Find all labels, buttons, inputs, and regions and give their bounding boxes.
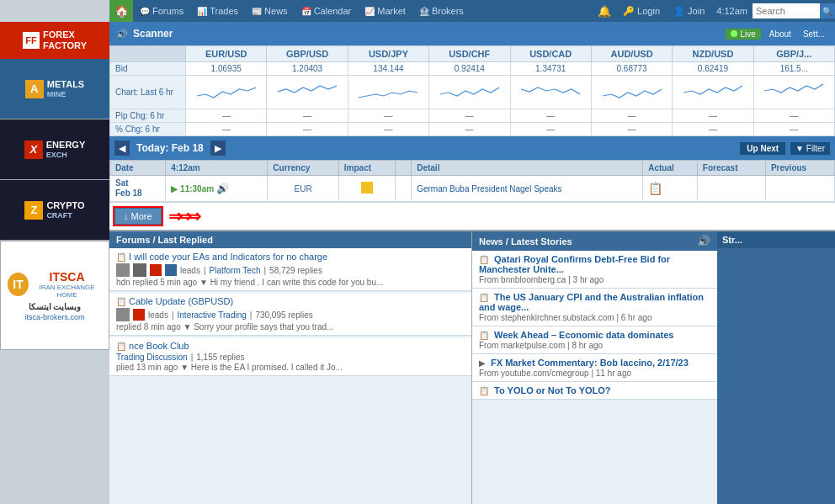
pair-audusd: AUD/USD [591,46,672,62]
forum-avatar-5 [116,308,130,321]
calendar-table-container: Date 4:12am Currency Impact Detail Actua… [109,160,835,202]
stream-panel: Str... [717,231,835,504]
news-source-2: From stephenkirchner.substack.com | 6 hr… [479,313,710,322]
scanner-chart-row: Chart: Last 6 hr [110,76,835,109]
news-source-3: From marketpulse.com | 8 hr ago [479,341,710,350]
calendar-next-button[interactable]: ▶ [210,141,226,156]
forum-title-1[interactable]: I will code your EAs and Indicators for … [129,252,327,262]
forum-last-1: hdn replied 5 min ago ▼ Hi my friend . I… [116,278,465,287]
nav-trades[interactable]: 📊 Trades [190,0,245,22]
join-button[interactable]: 👤 Join [667,6,711,17]
forum-category-2[interactable]: Interactive Trading [178,310,247,320]
news-source-4: From youtube.com/cmegroup | 11 hr ago [479,369,710,378]
forums-icon: 💬 [140,7,150,16]
col-currency: Currency [268,161,338,176]
forums-panel: Forums / Last Replied 📋 I will code your… [109,231,472,504]
forum-category-1[interactable]: Platform Tech [210,266,261,275]
forum-item-2: 📋 Cable Update (GBPUSD) leads | Interact… [109,293,471,336]
col-time: 4:12am [166,161,268,176]
forum-last-3: plied 13 min ago ▼ Here is the EA I prom… [116,363,465,372]
pair-gbpusd: GBP/USD [267,46,348,62]
energy-icon: X [24,141,43,159]
chart-usdchf [440,79,499,104]
crypto-icon: Z [24,201,43,220]
news-icon-4: ▶ [479,358,486,368]
forum-title-3[interactable]: nce Book Club [129,341,189,351]
news-header: News / Latest Stories 🔊 [472,231,717,251]
calendar-title: Today: Feb 18 [136,142,204,154]
logo[interactable]: FF FOREX FACTORY [0,22,109,59]
top-nav: 🏠 💬 Forums 📊 Trades 📰 News 📅 Calendar 📈 … [109,0,835,22]
news-link-4[interactable]: FX Market Commentary: Bob Iaccino, 2/17/… [491,358,689,368]
chart-gbpusd [278,79,337,104]
col-previous: Previous [765,161,834,176]
chart-usdjpy [359,79,418,104]
more-button[interactable]: ↓ More [114,208,162,225]
sidebar-item-metals[interactable]: A METALS MINE [0,59,109,119]
forum-last-2: replied 8 min ago ▼ Sorry your profile s… [116,322,465,332]
calendar-table: Date 4:12am Currency Impact Detail Actua… [109,160,835,202]
news-icon-2: 📋 [479,293,489,302]
forum-lead-1: leads [180,266,200,275]
login-button[interactable]: 🔑 Login [616,6,667,17]
sidebar-ad[interactable]: IT ITSCA IRAN EXCHANGE HOME وبسایت ایتسک… [0,241,109,350]
pair-eurusd: EUR/USD [186,46,267,62]
news-link-2[interactable]: The US January CPI and the Australian in… [479,292,704,312]
nav-time: 4:12am [711,6,753,16]
logo-icon: FF [23,32,40,49]
forum-replies-2: 730,095 replies [255,310,312,320]
scanner-sound-icon: 🔊 [116,29,128,40]
search-input[interactable] [753,3,820,19]
forum-icon-1: 📋 [116,252,126,262]
col-forecast: Forecast [697,161,765,176]
forum-item-1: 📋 I will code your EAs and Indicators fo… [109,248,471,291]
impact-icon [361,182,373,194]
forum-category-3[interactable]: Trading Discussion [116,353,188,362]
cal-time-value: ▶ 11:30am [171,184,214,194]
pair-usdcad: USD/CAD [510,46,591,62]
arrows-decoration: ⇒⇒⇒ [168,206,196,226]
news-icon-5: 📋 [479,386,489,395]
forum-lead-2: leads [148,310,168,320]
news-link-1[interactable]: Qatari Royal Confirms Debt-Free Bid for … [479,254,670,274]
nav-market[interactable]: 📈 Market [358,0,412,22]
scanner-settings-button[interactable]: Sett... [800,29,828,39]
upnext-label: Up Next [740,142,785,155]
nav-news[interactable]: 📰 News [245,0,295,22]
brokers-icon: 🏦 [419,7,429,16]
calendar-filter-button[interactable]: ▼ Filter [790,142,830,155]
metals-icon: A [25,80,44,98]
trades-icon: 📊 [197,7,207,16]
itsca-brand: ITSCA [32,270,102,284]
news-icon-1: 📋 [479,255,489,264]
nav-brokers[interactable]: 🏦 Brokers [412,0,471,22]
news-icon-3: 📋 [479,331,489,340]
sidebar-item-crypto[interactable]: Z CRYPTO CRAFT [0,180,109,241]
col-actual: Actual [643,161,698,176]
forum-title-2[interactable]: Cable Update (GBPUSD) [129,296,233,306]
scanner-table-container: EUR/USD GBP/USD USD/JPY USD/CHF USD/CAD … [109,45,835,136]
market-icon: 📈 [364,7,375,16]
home-button[interactable]: 🏠 [109,0,133,22]
calendar-header: ◀ Today: Feb 18 ▶ Up Next ▼ Filter [109,136,835,160]
logo-text: FOREX FACTORY [43,29,87,51]
news-link-3[interactable]: Week Ahead – Economic data dominates [494,330,673,340]
scanner-about-button[interactable]: About [766,29,795,39]
pair-gbpjpy: GBP/J... [753,46,834,62]
col-empty [395,161,411,176]
news-title: News / Latest Stories [479,236,572,247]
search-button[interactable]: 🔍 [820,3,835,19]
chart-usdcad [521,79,580,104]
news-item-3: 📋 Week Ahead – Economic data dominates F… [472,326,717,354]
calendar-prev-button[interactable]: ◀ [114,141,130,156]
pair-usdjpy: USD/JPY [348,46,428,62]
live-dot [731,30,737,37]
nav-forums[interactable]: 💬 Forums [133,0,190,22]
bell-icon[interactable]: 🔔 [593,5,616,18]
news-link-5[interactable]: To YOLO or Not To YOLO? [494,385,611,395]
sidebar-item-energy[interactable]: X ENERGY EXCH [0,119,109,180]
itsca-url: itsca-brokers.com [8,313,102,321]
calendar-row: Sat Feb 18 ▶ 11:30am 🔊 EUR German Buba P… [110,176,835,202]
nav-calendar[interactable]: 📅 Calendar [295,0,359,22]
scanner-title: Scanner [133,28,173,40]
